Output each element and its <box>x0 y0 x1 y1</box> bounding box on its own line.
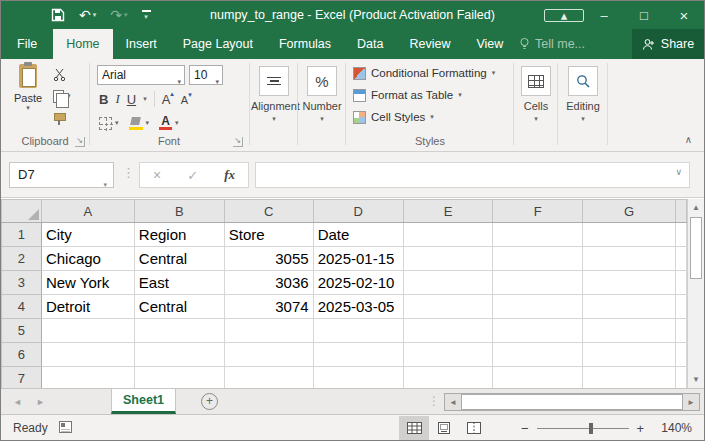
formula-input[interactable] <box>255 162 690 188</box>
font-size-select[interactable]: 10▾ <box>189 65 223 85</box>
tab-review[interactable]: Review <box>396 29 463 59</box>
tab-insert[interactable]: Insert <box>113 29 170 59</box>
font-color-button[interactable]: A▾ <box>159 116 179 130</box>
macro-record-icon[interactable] <box>59 421 72 433</box>
cell-e5[interactable] <box>403 319 493 343</box>
scroll-right-button[interactable]: ► <box>683 398 699 407</box>
tab-bar-divider[interactable]: ⋮ <box>428 394 440 408</box>
cell-e3[interactable] <box>403 271 493 295</box>
column-header-f[interactable]: F <box>493 200 583 223</box>
prev-sheet-button[interactable]: ◄ <box>13 397 22 407</box>
column-header-c[interactable]: C <box>224 200 313 223</box>
increase-font-button[interactable]: A▴ <box>162 92 174 107</box>
row-header-6[interactable]: 6 <box>2 343 42 367</box>
vertical-scrollbar[interactable]: ▲ ▼ <box>687 199 704 388</box>
cell-f5[interactable] <box>493 319 583 343</box>
cell-c1[interactable]: Store <box>224 223 313 247</box>
row-header-2[interactable]: 2 <box>2 247 42 271</box>
number-dropdown-icon[interactable]: ▾ <box>299 115 345 123</box>
page-layout-view-button[interactable] <box>429 416 459 440</box>
cell-g6[interactable] <box>583 343 676 367</box>
tab-view[interactable]: View <box>463 29 516 59</box>
paste-dropdown-icon[interactable]: ▾ <box>26 104 30 112</box>
cell-f2[interactable] <box>493 247 583 271</box>
row-header-7[interactable]: 7 <box>2 367 42 389</box>
fill-color-button[interactable]: ▾ <box>129 117 150 130</box>
new-sheet-button[interactable]: + <box>201 393 218 410</box>
ribbon-display-options-button[interactable]: ▴ <box>544 8 584 23</box>
cell-a6[interactable] <box>41 343 134 367</box>
editing-dropdown-icon[interactable]: ▾ <box>559 115 607 123</box>
horizontal-scroll-thumb[interactable] <box>461 394 683 410</box>
cell-e2[interactable] <box>403 247 493 271</box>
cell-b7[interactable] <box>134 367 224 389</box>
minimize-button[interactable]: – <box>584 8 624 23</box>
tell-me-box[interactable]: Tell me... <box>519 29 585 59</box>
maximize-button[interactable]: □ <box>624 8 664 23</box>
cell-g4[interactable] <box>583 295 676 319</box>
cell-e4[interactable] <box>403 295 493 319</box>
cell-f3[interactable] <box>493 271 583 295</box>
decrease-font-button[interactable]: A▾ <box>181 93 192 106</box>
zoom-in-button[interactable]: + <box>637 421 645 436</box>
font-name-select[interactable]: Arial▾ <box>97 65 185 85</box>
name-box[interactable]: D7▾ <box>9 162 114 188</box>
close-button[interactable]: × <box>664 7 704 24</box>
column-header-e[interactable]: E <box>403 200 493 223</box>
scroll-up-button[interactable]: ▲ <box>688 199 704 216</box>
horizontal-scrollbar[interactable]: ◄ ► <box>444 393 700 411</box>
cell-f4[interactable] <box>493 295 583 319</box>
cell-c4[interactable]: 3074 <box>224 295 313 319</box>
cancel-button[interactable]: × <box>153 167 161 183</box>
cell-a2[interactable]: Chicago <box>41 247 134 271</box>
underline-dropdown-icon[interactable]: ▾ <box>143 95 147 103</box>
bold-button[interactable]: B <box>99 92 108 107</box>
vertical-scroll-thumb[interactable] <box>690 217 702 279</box>
cell-g2[interactable] <box>583 247 676 271</box>
font-size-dropdown-icon[interactable]: ▾ <box>215 73 219 91</box>
row-header-4[interactable]: 4 <box>2 295 42 319</box>
row-header-3[interactable]: 3 <box>2 271 42 295</box>
column-header-d[interactable]: D <box>313 200 403 223</box>
cell-f7[interactable] <box>493 367 583 389</box>
row-header-5[interactable]: 5 <box>2 319 42 343</box>
column-header-a[interactable]: A <box>41 200 134 223</box>
cell-styles-button[interactable]: Cell Styles▾ <box>353 109 495 125</box>
expand-formula-bar-icon[interactable]: ∨ <box>675 167 682 177</box>
cells-dropdown-icon[interactable]: ▾ <box>515 115 557 123</box>
cell-d2[interactable]: 2025-01-15 <box>313 247 403 271</box>
enter-button[interactable]: ✓ <box>187 168 198 183</box>
name-box-dropdown-icon[interactable]: ▾ <box>103 173 107 197</box>
conditional-formatting-button[interactable]: Conditional Formatting▾ <box>353 65 495 81</box>
borders-button[interactable]: ▾ <box>99 117 119 130</box>
column-header-g[interactable]: G <box>583 200 676 223</box>
zoom-level[interactable]: 140% <box>661 421 692 435</box>
cell-b4[interactable]: Central <box>134 295 224 319</box>
collapse-ribbon-button[interactable]: ∧ <box>685 134 692 145</box>
alignment-dropdown-icon[interactable]: ▾ <box>251 115 297 123</box>
cell-a4[interactable]: Detroit <box>41 295 134 319</box>
share-button[interactable]: Share <box>632 29 704 59</box>
zoom-slider[interactable] <box>537 428 629 429</box>
scroll-left-button[interactable]: ◄ <box>445 398 461 407</box>
cell-b3[interactable]: East <box>134 271 224 295</box>
zoom-slider-handle[interactable] <box>589 423 593 434</box>
cell-d1[interactable]: Date <box>313 223 403 247</box>
row-header-1[interactable]: 1 <box>2 223 42 247</box>
clipboard-dialog-launcher[interactable]: ↘ <box>75 137 85 147</box>
cell-d3[interactable]: 2025-02-10 <box>313 271 403 295</box>
cell-a3[interactable]: New York <box>41 271 134 295</box>
cell-c2[interactable]: 3055 <box>224 247 313 271</box>
column-header-b[interactable]: B <box>134 200 224 223</box>
copy-button[interactable]: ▾ <box>53 89 71 103</box>
italic-button[interactable]: I <box>115 91 119 107</box>
cell-g3[interactable] <box>583 271 676 295</box>
tab-data[interactable]: Data <box>344 29 396 59</box>
tab-home[interactable]: Home <box>53 29 112 59</box>
font-dialog-launcher[interactable]: ↘ <box>233 137 243 147</box>
format-painter-button[interactable] <box>53 111 71 125</box>
cell-d6[interactable] <box>313 343 403 367</box>
zoom-out-button[interactable]: − <box>521 421 529 436</box>
cell-c7[interactable] <box>224 367 313 389</box>
cell-c6[interactable] <box>224 343 313 367</box>
